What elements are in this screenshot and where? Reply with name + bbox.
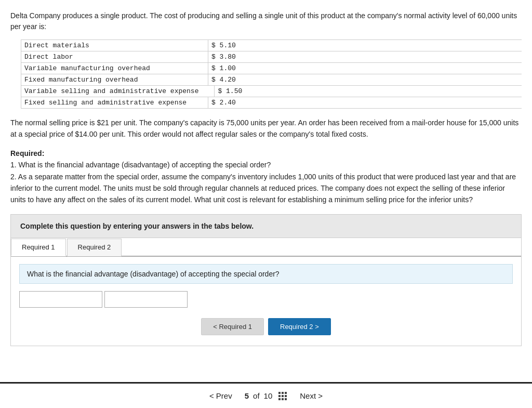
- required-item-2: 2. As a separate matter from the special…: [10, 173, 516, 204]
- cost-label-2: Variable manufacturing overhead: [21, 63, 208, 74]
- next-page-button[interactable]: Next >: [300, 391, 323, 400]
- table-row: Variable manufacturing overhead $ 1.00: [21, 63, 522, 74]
- prev-tab-label: < Required 1: [213, 323, 252, 331]
- cost-value-4: $ 1.50: [215, 86, 256, 97]
- table-row: Fixed manufacturing overhead $ 4.20: [21, 74, 522, 86]
- table-row: Fixed selling and administrative expense…: [21, 97, 522, 108]
- of-text: of: [253, 391, 260, 400]
- cost-label-5: Fixed selling and administrative expense: [21, 97, 208, 108]
- answer-area: [19, 291, 513, 308]
- intro-text: Delta Company produces a single product.…: [10, 10, 522, 32]
- tab-question: What is the financial advantage (disadva…: [19, 264, 513, 284]
- grid-icon[interactable]: [278, 391, 287, 401]
- current-page: 5: [245, 391, 249, 400]
- tabs-container: Required 1 Required 2 What is the financ…: [10, 238, 522, 346]
- tab-question-text: What is the financial advantage (disadva…: [27, 270, 280, 278]
- required-item-1: 1. What is the financial advantage (disa…: [10, 161, 271, 169]
- tabs-header: Required 1 Required 2: [11, 238, 521, 257]
- cost-value-1: $ 3.80: [208, 51, 250, 62]
- answer-input-2[interactable]: [104, 291, 188, 308]
- required-label: Required:: [10, 149, 44, 157]
- tab-nav-buttons: < Required 1 Required 2 >: [19, 318, 513, 335]
- prev-page-label: < Prev: [209, 391, 232, 400]
- prev-page-button[interactable]: < Prev: [209, 391, 232, 400]
- tab1-content: What is the financial advantage (disadva…: [11, 257, 521, 346]
- next-tab-label: Required 2 >: [280, 323, 319, 331]
- cost-value-5: $ 2.40: [208, 97, 250, 108]
- table-row: Variable selling and administrative expe…: [21, 86, 522, 97]
- tab-required2[interactable]: Required 2: [67, 239, 122, 256]
- next-tab-button[interactable]: Required 2 >: [268, 318, 331, 335]
- cost-value-3: $ 4.20: [208, 74, 250, 85]
- cost-value-2: $ 1.00: [208, 63, 250, 74]
- instruction-text: Complete this question by entering your …: [20, 222, 254, 230]
- total-pages: 10: [264, 391, 273, 400]
- prev-tab-button[interactable]: < Required 1: [201, 318, 264, 335]
- cost-label-0: Direct materials: [21, 40, 208, 51]
- next-page-label: Next >: [300, 391, 323, 400]
- description-text: The normal selling price is $21 per unit…: [10, 117, 522, 140]
- cost-table: Direct materials $ 5.10 Direct labor $ 3…: [21, 40, 522, 109]
- cost-label-3: Fixed manufacturing overhead: [21, 74, 208, 85]
- bottom-navigation: < Prev 5 of 10 Next >: [0, 382, 532, 408]
- table-row: Direct labor $ 3.80: [21, 51, 522, 63]
- cost-label-1: Direct labor: [21, 51, 208, 62]
- instruction-box: Complete this question by entering your …: [10, 214, 522, 238]
- required-section: Required: 1. What is the financial advan…: [10, 148, 522, 206]
- answer-input-1[interactable]: [19, 291, 102, 308]
- table-row: Direct materials $ 5.10: [21, 40, 522, 51]
- cost-value-0: $ 5.10: [208, 40, 250, 51]
- page-indicator: 5 of 10: [245, 391, 288, 401]
- cost-label-4: Variable selling and administrative expe…: [21, 86, 215, 97]
- tab-required1[interactable]: Required 1: [11, 239, 66, 256]
